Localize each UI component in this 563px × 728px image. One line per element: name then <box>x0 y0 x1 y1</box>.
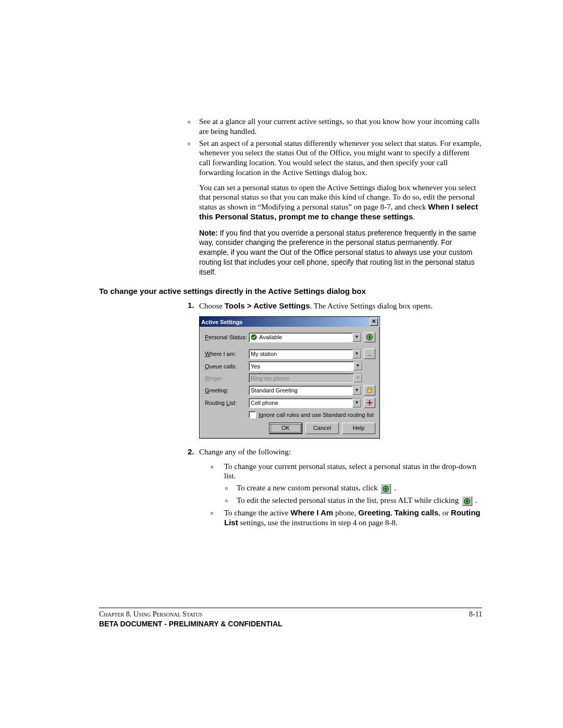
svg-marker-9 <box>384 487 387 491</box>
where-more-button[interactable]: ... <box>364 349 375 359</box>
close-icon[interactable]: ✕ <box>370 318 378 326</box>
label-ringer: Ringer: <box>205 375 249 381</box>
paragraph: You can set a personal status to open th… <box>199 183 482 222</box>
chevron-down-icon: ▼ <box>353 374 362 382</box>
bullet-text: To change the active Where I Am phone, G… <box>224 508 482 528</box>
greeting-value: Standard Greeting <box>251 387 352 393</box>
ringer-value: Ring my phone <box>251 375 353 381</box>
svg-marker-2 <box>368 335 371 339</box>
status-edit-icon <box>462 496 472 506</box>
routing-dropdown[interactable]: Cell phone ▼ <box>249 398 362 408</box>
svg-rect-4 <box>368 388 371 389</box>
label-greeting: Greeting: <box>205 387 249 393</box>
status-new-icon <box>381 484 391 493</box>
period: . <box>413 213 415 221</box>
chevron-down-icon[interactable]: ▼ <box>352 399 361 408</box>
bullet-mark: n <box>211 462 224 482</box>
dialog-titlebar: Active Settings ✕ <box>200 317 380 327</box>
cancel-button[interactable]: Cancel <box>305 423 339 434</box>
ignore-rules-label: Ignore call rules and use Standard routi… <box>259 412 374 418</box>
step-2: 2. Change any of the following: <box>188 447 482 458</box>
step-1: 1. Choose Tools > Active Settings. The A… <box>188 301 482 312</box>
label-routing: Routing List: <box>205 400 249 406</box>
where-value: My station <box>251 351 352 357</box>
dialog-title: Active Settings <box>201 319 242 325</box>
queue-dropdown[interactable]: Yes ▼ <box>249 361 363 371</box>
bullet-text: To change your current personal status, … <box>224 462 482 482</box>
chevron-down-icon[interactable]: ▼ <box>352 386 361 395</box>
bullet-mark: n <box>188 117 199 137</box>
ok-button[interactable]: OK <box>269 423 302 434</box>
bullet-text: To edit the selected personal status in … <box>237 496 482 506</box>
routing-add-button[interactable] <box>364 398 375 408</box>
routing-value: Cell phone <box>251 400 352 406</box>
bullet-item: n See at a glance all your current activ… <box>188 117 482 137</box>
bullet-text: To create a new custom personal status, … <box>237 483 482 493</box>
personal-status-dropdown[interactable]: Available ▼ <box>249 332 362 342</box>
label-where: Where I am: <box>205 351 249 357</box>
sub-bullet: n To change the active Where I Am phone,… <box>211 508 482 528</box>
t: , or <box>438 509 451 517</box>
step-number: 1. <box>188 301 199 312</box>
note-block: Note: If you find that you override a pe… <box>199 228 482 277</box>
footer-confidential: BETA DOCUMENT - PRELIMINARY & CONFIDENTI… <box>99 620 482 628</box>
bullet-text: See at a glance all your current active … <box>199 117 482 137</box>
menu-path: Tools > Active Settings <box>225 301 310 310</box>
sub-sub-bullet: n To edit the selected personal status i… <box>225 496 482 506</box>
status-available-icon <box>251 334 257 340</box>
step-number: 2. <box>188 447 199 458</box>
footer-page: 8-11 <box>469 610 482 619</box>
bullet-item: n Set an aspect of a personal status dif… <box>188 139 482 178</box>
chevron-down-icon[interactable]: ▼ <box>352 333 361 342</box>
svg-rect-7 <box>369 400 370 402</box>
queue-value: Yes <box>251 363 353 369</box>
t: To change the active <box>224 509 290 517</box>
help-button[interactable]: Help <box>342 423 375 434</box>
sub-sub-bullet: n To create a new custom personal status… <box>225 483 482 493</box>
t: Where I Am <box>290 508 333 517</box>
sub-bullet: n To change your current personal status… <box>211 462 482 482</box>
chevron-down-icon[interactable]: ▼ <box>353 362 362 371</box>
bullet-text: Set an aspect of a personal status diffe… <box>199 139 482 178</box>
t: . The Active Settings dialog box opens. <box>310 302 433 310</box>
ignore-rules-row: Ignore call rules and use Standard routi… <box>249 411 375 418</box>
t: Taking calls <box>394 508 438 517</box>
note-label: Note: <box>199 229 218 237</box>
ignore-rules-checkbox[interactable] <box>249 411 256 418</box>
page-footer: Chapter 8. Using Personal Status 8-11 BE… <box>99 608 482 628</box>
status-detail-button[interactable] <box>364 332 375 342</box>
t: To edit the selected personal status in … <box>237 496 461 504</box>
bullet-mark: n <box>211 508 224 528</box>
active-settings-dialog: Active Settings ✕ Personal Status: Avail… <box>199 316 380 439</box>
bullet-mark: n <box>225 483 237 493</box>
bullet-mark: n <box>188 139 199 178</box>
note-text: If you find that you override a personal… <box>199 229 476 277</box>
step-text: Choose Tools > Active Settings. The Acti… <box>199 301 482 312</box>
svg-rect-6 <box>367 402 372 403</box>
where-dropdown[interactable]: My station ▼ <box>249 349 362 359</box>
footer-chapter: Chapter 8. Using Personal Status <box>99 610 202 619</box>
ringer-dropdown: Ring my phone ▼ <box>249 373 363 383</box>
label-queue: Queue calls: <box>205 363 249 369</box>
step-text: Change any of the following: <box>199 447 482 458</box>
t: Greeting <box>358 508 390 517</box>
label-personal-status: Personal Status: <box>205 334 249 340</box>
chevron-down-icon[interactable]: ▼ <box>352 350 361 359</box>
t: Choose <box>199 302 225 310</box>
bullet-mark: n <box>225 496 237 506</box>
personal-status-value: Available <box>259 334 352 340</box>
t: phone, <box>333 509 358 517</box>
svg-marker-11 <box>466 499 469 503</box>
greeting-edit-button[interactable] <box>364 385 375 396</box>
t: To create a new custom personal status, … <box>237 484 380 492</box>
t: settings, use the instructions in step 4… <box>238 519 398 527</box>
body-text: n See at a glance all your current activ… <box>188 117 482 528</box>
section-heading: To change your active settings directly … <box>99 287 482 297</box>
greeting-dropdown[interactable]: Standard Greeting ▼ <box>249 386 362 396</box>
